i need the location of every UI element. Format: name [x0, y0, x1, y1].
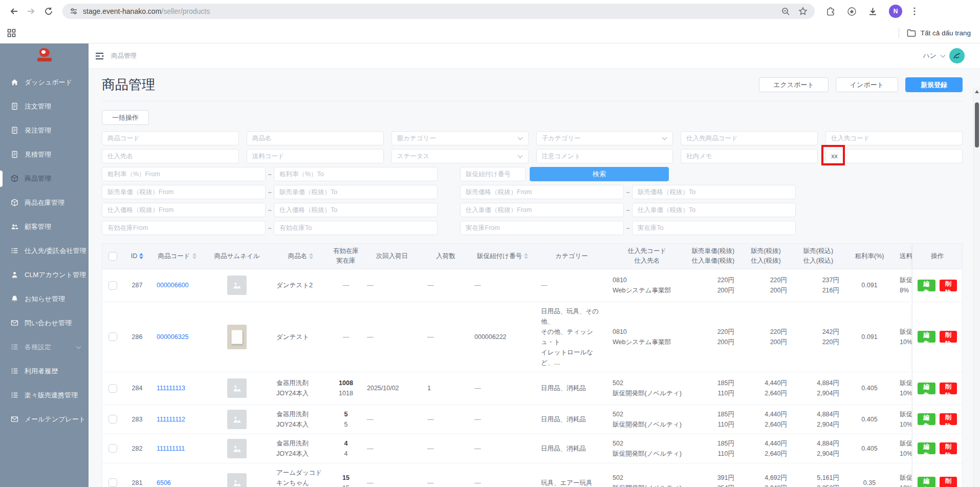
import-button[interactable]: インポート	[836, 77, 898, 92]
supplier-product-code-input[interactable]	[681, 131, 818, 145]
site-settings-icon[interactable]	[70, 7, 78, 15]
sidebar-item-suppliers[interactable]: 仕入先/委託会社管理	[0, 239, 89, 263]
edit-button[interactable]: 編集	[918, 413, 935, 425]
edit-button[interactable]: 編集	[918, 331, 935, 343]
product-code-link[interactable]: 111111113	[157, 383, 185, 393]
delete-button[interactable]: 削除	[940, 442, 957, 454]
bookmark-star-icon[interactable]	[798, 7, 808, 16]
product-name-input[interactable]	[247, 131, 384, 145]
url-text[interactable]: stage.event-hanako.com/seller/products	[83, 7, 210, 15]
purchase-unit-price-from-input[interactable]	[460, 203, 624, 217]
sidebar-item-quotes[interactable]: 見積管理	[0, 142, 89, 166]
export-button[interactable]: エクスポート	[759, 77, 829, 92]
sidebar-item-notices[interactable]: お知らせ管理	[0, 287, 89, 311]
apps-grid-icon[interactable]	[7, 29, 16, 37]
supplier-code-input[interactable]	[825, 131, 963, 145]
user-avatar[interactable]	[949, 48, 965, 63]
profile-avatar[interactable]: N	[889, 5, 902, 18]
row-checkbox[interactable]	[108, 384, 117, 393]
col-header-name[interactable]: 商品名	[271, 244, 330, 269]
edit-button[interactable]: 編集	[918, 442, 935, 454]
sidebar-item-orders[interactable]: 注文管理	[0, 94, 89, 118]
shipping-code-input[interactable]	[247, 149, 384, 163]
sale-unit-price-to-input[interactable]	[274, 185, 438, 199]
select-all-checkbox[interactable]	[108, 252, 117, 261]
sidebar-item-customers[interactable]: 顧客管理	[0, 215, 89, 239]
menu-kebab-icon[interactable]	[913, 7, 916, 15]
child-category-select[interactable]: 子カテゴリー	[536, 131, 673, 145]
bulk-actions-button[interactable]: 一括操作	[102, 110, 149, 125]
product-code-link[interactable]: 000006600	[157, 280, 189, 290]
sidebar-item-products[interactable]: 商品管理	[0, 166, 89, 190]
sidebar-item-clm-accounts[interactable]: CLMアカウント管理	[0, 263, 89, 287]
sidebar-item-dashboard[interactable]: ダッシュボード	[0, 70, 89, 94]
caution-comment-input[interactable]	[536, 149, 673, 163]
search-button[interactable]: 検索	[530, 167, 669, 181]
row-checkbox[interactable]	[108, 478, 117, 487]
reload-icon[interactable]	[40, 3, 57, 20]
scroll-up-icon[interactable]	[975, 90, 979, 93]
forward-icon[interactable]	[23, 3, 40, 20]
sidebar-item-settings[interactable]: 各種設定	[0, 335, 89, 359]
delete-button[interactable]: 削除	[940, 413, 957, 425]
extensions-icon[interactable]	[826, 7, 836, 16]
purchase-price-from-input[interactable]	[102, 203, 266, 217]
real-stock-to-input[interactable]	[632, 221, 796, 235]
valid-stock-from-input[interactable]	[102, 221, 266, 235]
internal-memo-input[interactable]	[681, 149, 818, 163]
status-select[interactable]: ステータス	[391, 149, 529, 163]
col-header-id[interactable]: ID	[123, 244, 151, 269]
delete-button[interactable]: 削除	[940, 477, 957, 487]
product-code-link[interactable]: 111111111	[157, 443, 185, 454]
edit-button[interactable]: 編集	[918, 280, 935, 291]
menu-fold-icon[interactable]	[95, 52, 104, 60]
sale-price-from-input[interactable]	[460, 185, 624, 199]
sidebar-item-mail-templates[interactable]: メールテンプレート	[0, 407, 89, 431]
sidebar-item-inquiries[interactable]: 問い合わせ管理	[0, 311, 89, 335]
purchase-unit-price-to-input[interactable]	[632, 203, 796, 217]
real-stock-from-input[interactable]	[460, 221, 624, 235]
purchase-price-to-input[interactable]	[274, 203, 438, 217]
row-checkbox[interactable]	[108, 281, 117, 290]
bookmarks-folder-label[interactable]: Tất cả dấu trang	[921, 29, 971, 37]
edit-button[interactable]: 編集	[918, 477, 935, 487]
logo[interactable]	[0, 44, 89, 70]
scrollbar-thumb[interactable]	[975, 102, 979, 147]
extension-star-icon[interactable]	[847, 7, 857, 16]
delete-button[interactable]: 削除	[940, 331, 957, 343]
margin-from-input[interactable]	[102, 167, 266, 181]
col-header-code[interactable]: 商品コード	[151, 244, 203, 269]
back-icon[interactable]	[5, 3, 23, 20]
supplier-name-input[interactable]	[102, 149, 239, 163]
product-code-link[interactable]: 6506	[157, 478, 171, 487]
row-checkbox[interactable]	[108, 444, 117, 453]
sale-price-to-input[interactable]	[632, 185, 796, 199]
downloads-icon[interactable]	[868, 7, 878, 16]
product-code-input[interactable]	[102, 131, 239, 145]
delete-button[interactable]: 削除	[940, 280, 957, 291]
sidebar-item-purchase-orders[interactable]: 発注管理	[0, 118, 89, 142]
chevron-down-icon[interactable]	[941, 53, 946, 58]
row-checkbox[interactable]	[108, 415, 117, 424]
user-name[interactable]: ハン	[923, 51, 937, 60]
create-button[interactable]: 新規登録	[905, 77, 963, 92]
zoom-icon[interactable]	[781, 7, 790, 16]
edit-button[interactable]: 編集	[918, 383, 935, 394]
sidebar-item-product-stock[interactable]: 商品在庫管理	[0, 190, 89, 215]
valid-stock-to-input[interactable]	[274, 221, 438, 235]
parent-category-select[interactable]: 親カテゴリー	[391, 131, 529, 145]
cell-ops: 編集削除	[912, 372, 962, 405]
sidebar-item-user-history[interactable]: 利用者履歴	[0, 359, 89, 383]
sale-unit-price-from-input[interactable]	[102, 185, 266, 199]
row-checkbox[interactable]	[108, 332, 117, 341]
promo-number-input[interactable]	[460, 167, 526, 181]
address-bar[interactable]: stage.event-hanako.com/seller/products	[62, 4, 815, 19]
product-code-link[interactable]: 000006325	[157, 332, 189, 342]
col-header-promo[interactable]: 販促紐付け番号	[469, 244, 536, 269]
delete-button[interactable]: 削除	[940, 383, 957, 394]
highlighted-xx-input[interactable]	[825, 149, 963, 163]
margin-to-input[interactable]	[274, 167, 438, 181]
sidebar-item-rakuraku[interactable]: 楽々販売連携管理	[0, 383, 89, 407]
page-scrollbar[interactable]	[973, 87, 980, 487]
product-code-link[interactable]: 111111112	[157, 414, 185, 425]
